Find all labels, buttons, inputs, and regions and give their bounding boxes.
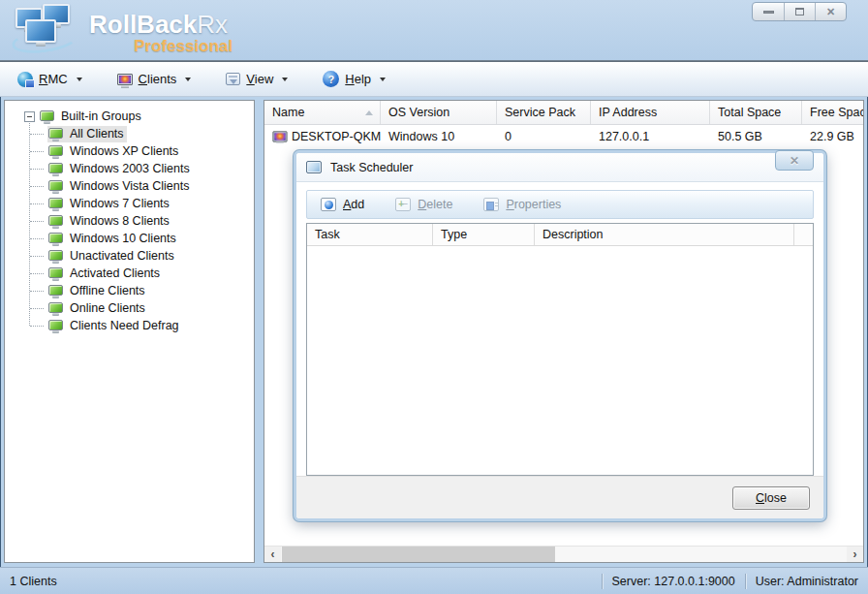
client-group-icon	[48, 180, 63, 191]
task-scheduler-dialog: Task Scheduler ✕ Add Delete Properties T…	[294, 150, 826, 521]
column-header-label: OS Version	[388, 106, 450, 119]
client-group-icon	[40, 110, 54, 121]
sidebar-item-windows-8-clients[interactable]: Windows 8 Clients	[5, 212, 254, 230]
tree-node: Windows 2003 Clients	[47, 161, 193, 177]
status-separator	[745, 574, 746, 589]
column-header-total-space[interactable]: Total Space	[710, 101, 802, 124]
chevron-down-icon	[77, 78, 82, 81]
sort-ascending-icon	[365, 110, 373, 115]
sidebar-item-windows-xp-clients[interactable]: Windows XP Clients	[5, 142, 254, 160]
sidebar-item-all-clients[interactable]: All Clients	[5, 125, 254, 142]
client-group-icon	[48, 267, 63, 278]
column-header-label: Name	[272, 106, 304, 119]
column-header-label: Free Space	[810, 106, 864, 119]
logo-name-light: Rx	[197, 10, 228, 39]
dialog-close-button[interactable]: ✕	[775, 150, 814, 171]
sidebar-item-label: Unactivated Clients	[70, 249, 174, 263]
column-header-service-pack[interactable]: Service Pack	[497, 101, 591, 124]
sidebar-item-windows-10-clients[interactable]: Windows 10 Clients	[5, 230, 254, 247]
sidebar-item-windows-2003-clients[interactable]: Windows 2003 Clients	[5, 160, 254, 177]
sidebar-item-windows-vista-clients[interactable]: Windows Vista Clients	[5, 177, 254, 195]
client-table-row[interactable]: DESKTOP-QKMI... Windows 10 0 127.0.0.1 5…	[264, 125, 863, 148]
monitor-icon	[117, 74, 133, 85]
column-header-label: IP Address	[599, 106, 657, 119]
column-header-os-version[interactable]: OS Version	[381, 101, 497, 124]
cell-name: DESKTOP-QKMI...	[264, 130, 381, 143]
status-server: Server: 127.0.0.1:9000	[612, 575, 735, 588]
sidebar-item-offline-clients[interactable]: Offline Clients	[5, 282, 254, 299]
group-tree-panel: Built-in Groups All Clients Windows XP C…	[4, 100, 255, 563]
tree-node: Windows Vista Clients	[47, 178, 192, 195]
column-header-name[interactable]: Name	[264, 101, 381, 124]
sidebar-item-clients-need-defrag[interactable]: Clients Need Defrag	[5, 317, 254, 334]
close-button[interactable]: ✕	[815, 3, 846, 20]
collapse-icon[interactable]	[24, 111, 35, 122]
column-header-free-space[interactable]: Free Space	[802, 101, 864, 124]
menu-help[interactable]: ? Help	[323, 71, 386, 87]
add-icon	[321, 198, 336, 211]
client-group-icon	[48, 215, 63, 226]
tree-node: Windows 8 Clients	[47, 213, 172, 230]
delete-label: D	[418, 198, 426, 211]
dialog-toolbar: Add Delete Properties	[306, 190, 814, 219]
minimize-button[interactable]	[753, 3, 784, 20]
column-header-description[interactable]: Description	[535, 224, 794, 245]
scrollbar-thumb[interactable]	[282, 547, 555, 562]
client-group-icon	[48, 233, 63, 243]
sidebar-item-label: Windows 10 Clients	[70, 232, 176, 245]
chevron-down-icon	[380, 78, 386, 81]
logo-monitors-icon	[14, 4, 78, 56]
task-scheduler-icon	[306, 161, 322, 173]
menu-clients[interactable]: Clients	[117, 72, 192, 86]
close-dialog-button[interactable]: Close	[732, 486, 810, 510]
client-group-icon	[48, 285, 63, 296]
menu-view[interactable]: View	[226, 72, 288, 86]
dialog-title: Task Scheduler	[330, 161, 413, 174]
cell-total-space: 50.5 GB	[710, 130, 802, 143]
help-icon: ?	[323, 71, 339, 87]
properties-button[interactable]: Properties	[483, 198, 561, 211]
app-logo: RollBackRx Professional	[14, 4, 232, 56]
tree-node: Offline Clients	[47, 283, 148, 299]
dialog-footer: Close	[296, 476, 823, 518]
column-header-label: Total Space	[718, 106, 781, 119]
properties-icon	[483, 198, 499, 211]
sidebar-item-online-clients[interactable]: Online Clients	[5, 299, 254, 317]
scroll-left-button[interactable]: ‹	[264, 547, 281, 562]
sidebar-item-label: Online Clients	[70, 301, 145, 315]
status-user: User: Administrator	[756, 575, 858, 588]
cell-free-space: 22.9 GB	[802, 130, 864, 143]
close-label: C	[756, 491, 764, 505]
client-table-header: Name OS Version Service Pack IP Address …	[264, 101, 863, 125]
sidebar-item-label: Windows 7 Clients	[70, 197, 170, 210]
cell-ip-address: 127.0.0.1	[591, 130, 710, 143]
client-group-icon	[48, 145, 63, 156]
menu-help-label: H	[345, 72, 354, 86]
menu-rmc[interactable]: RMC	[17, 72, 82, 87]
cell-service-pack: 0	[497, 130, 591, 143]
dialog-titlebar: Task Scheduler	[296, 153, 823, 182]
minimize-icon	[763, 11, 774, 14]
delete-task-button[interactable]: Delete	[395, 198, 452, 211]
scroll-right-button[interactable]: ›	[847, 547, 863, 562]
chevron-down-icon	[282, 78, 288, 81]
maximize-button[interactable]	[784, 3, 815, 20]
horizontal-scrollbar[interactable]: ‹ ›	[264, 546, 863, 562]
sidebar-item-label: Clients Need Defrag	[70, 319, 179, 332]
add-task-button[interactable]: Add	[321, 198, 364, 211]
sidebar-root-label: Built-in Groups	[61, 109, 141, 123]
sidebar-root-built-in-groups[interactable]: Built-in Groups	[5, 108, 254, 125]
column-header-type[interactable]: Type	[433, 224, 535, 245]
sidebar-item-unactivated-clients[interactable]: Unactivated Clients	[5, 247, 254, 265]
menu-rmc-label: R	[39, 72, 47, 86]
sidebar-item-label: Windows XP Clients	[70, 144, 178, 158]
column-header-ip-address[interactable]: IP Address	[591, 101, 710, 124]
properties-label: P	[506, 198, 513, 211]
sidebar-item-activated-clients[interactable]: Activated Clients	[5, 265, 254, 282]
client-name: DESKTOP-QKMI...	[292, 130, 381, 143]
chevron-down-icon	[185, 78, 191, 81]
globe-icon	[17, 72, 33, 87]
column-header-task[interactable]: Task	[307, 224, 433, 245]
tree-children: All Clients Windows XP Clients Windows 2…	[5, 125, 254, 334]
sidebar-item-windows-7-clients[interactable]: Windows 7 Clients	[5, 195, 254, 212]
